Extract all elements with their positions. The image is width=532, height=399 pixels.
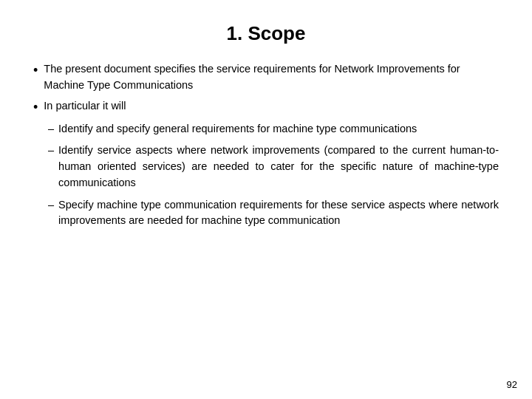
bullet-dot-1: • [33, 61, 38, 80]
sub-bullet-1: – Identify and specify general requireme… [33, 121, 499, 137]
sub-bullet-3-text: Specify machine type communication requi… [58, 197, 499, 230]
slide: 1. Scope • The present document specifie… [0, 0, 532, 399]
sub-bullet-3: – Specify machine type communication req… [33, 197, 499, 230]
slide-title: 1. Scope [33, 22, 499, 45]
bullet-dot-2: • [33, 98, 38, 117]
page-number: 92 [507, 379, 517, 390]
main-bullet-2-text: In particular it will [44, 98, 499, 115]
slide-content: • The present document specifies the ser… [33, 61, 499, 377]
sub-bullet-2-text: Identify service aspects where network i… [58, 143, 499, 191]
dash-2: – [48, 143, 54, 159]
main-bullet-1: • The present document specifies the ser… [33, 61, 499, 94]
main-bullet-1-text: The present document specifies the servi… [44, 61, 499, 94]
dash-3: – [48, 197, 54, 214]
dash-1: – [48, 121, 54, 137]
sub-bullet-1-text: Identify and specify general requirement… [58, 121, 499, 137]
main-bullet-2: • In particular it will [33, 98, 499, 117]
sub-bullet-2: – Identify service aspects where network… [33, 143, 499, 191]
